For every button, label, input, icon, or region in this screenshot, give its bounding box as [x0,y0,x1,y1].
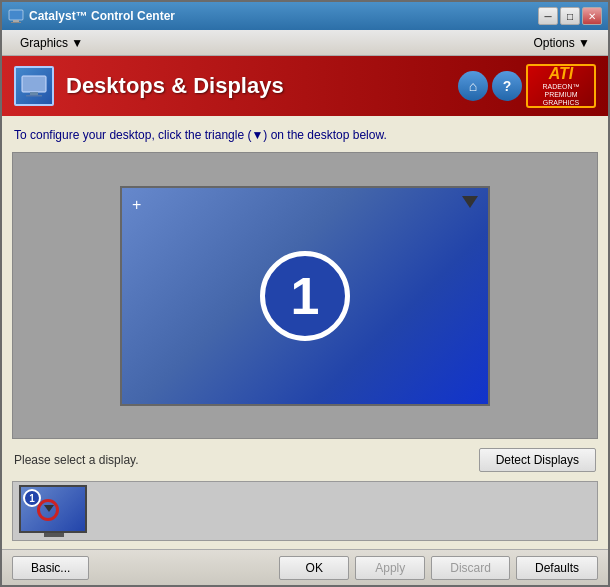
minimize-button[interactable]: ─ [538,7,558,25]
header-icon [14,66,54,106]
discard-button[interactable]: Discard [431,556,510,580]
detect-displays-button[interactable]: Detect Displays [479,448,596,472]
ok-button[interactable]: OK [279,556,349,580]
thumbnails-row: 1 [12,481,598,541]
defaults-button[interactable]: Defaults [516,556,598,580]
help-icon: ? [503,78,512,94]
footer-left: Basic... [12,556,89,580]
header-band: Desktops & Displays ⌂ ? ATI RADEON™ PREM… [2,56,608,116]
page-title: Desktops & Displays [66,73,446,99]
svg-rect-5 [26,95,42,97]
maximize-button[interactable]: □ [560,7,580,25]
desktop-icon [20,72,48,100]
svg-rect-0 [9,10,23,20]
svg-rect-2 [11,22,21,23]
thumb-dropdown-arrow-icon[interactable] [44,505,54,512]
ati-logo-premium: PREMIUM [544,91,577,98]
display-thumbnail[interactable]: 1 [19,485,89,537]
svg-rect-3 [22,76,46,92]
svg-rect-1 [13,20,19,22]
display-number-badge: 1 [260,251,350,341]
footer: Basic... OK Apply Discard Defaults [2,549,608,585]
display-area: + 1 [12,152,598,439]
options-menu[interactable]: Options ▼ [523,34,600,52]
main-window: Catalyst™ Control Center ─ □ ✕ Graphics … [0,0,610,587]
menu-bar: Graphics ▼ Options ▼ [2,30,608,56]
close-button[interactable]: ✕ [582,7,602,25]
svg-rect-4 [30,92,38,95]
main-content: To configure your desktop, click the tri… [2,116,608,549]
status-row: Please select a display. Detect Displays [12,445,598,475]
ati-logo: ATI RADEON™ PREMIUM GRAPHICS [526,64,596,108]
ati-logo-graphics: GRAPHICS [543,99,580,106]
header-buttons: ⌂ ? ATI RADEON™ PREMIUM GRAPHICS [458,64,596,108]
home-icon: ⌂ [469,78,477,94]
apply-button[interactable]: Apply [355,556,425,580]
status-text: Please select a display. [14,453,139,467]
basic-button[interactable]: Basic... [12,556,89,580]
monitor-preview: + 1 [120,186,490,406]
app-icon [8,8,24,24]
title-bar: Catalyst™ Control Center ─ □ ✕ [2,2,608,30]
title-bar-left: Catalyst™ Control Center [8,8,175,24]
home-button[interactable]: ⌂ [458,71,488,101]
window-title: Catalyst™ Control Center [29,9,175,23]
display-menu-triangle[interactable] [462,196,478,208]
help-button[interactable]: ? [492,71,522,101]
footer-right: OK Apply Discard Defaults [279,556,598,580]
title-bar-controls: ─ □ ✕ [538,7,602,25]
add-display-icon[interactable]: + [132,196,141,214]
graphics-menu[interactable]: Graphics ▼ [10,34,93,52]
display-number: 1 [291,266,320,326]
instruction-text: To configure your desktop, click the tri… [12,124,598,146]
menu-right: Options ▼ [523,34,600,52]
thumb-monitor-base [44,533,64,537]
ati-logo-text: ATI [549,66,574,82]
ati-logo-radeon: RADEON™ [543,83,580,90]
menu-left: Graphics ▼ [10,34,93,52]
